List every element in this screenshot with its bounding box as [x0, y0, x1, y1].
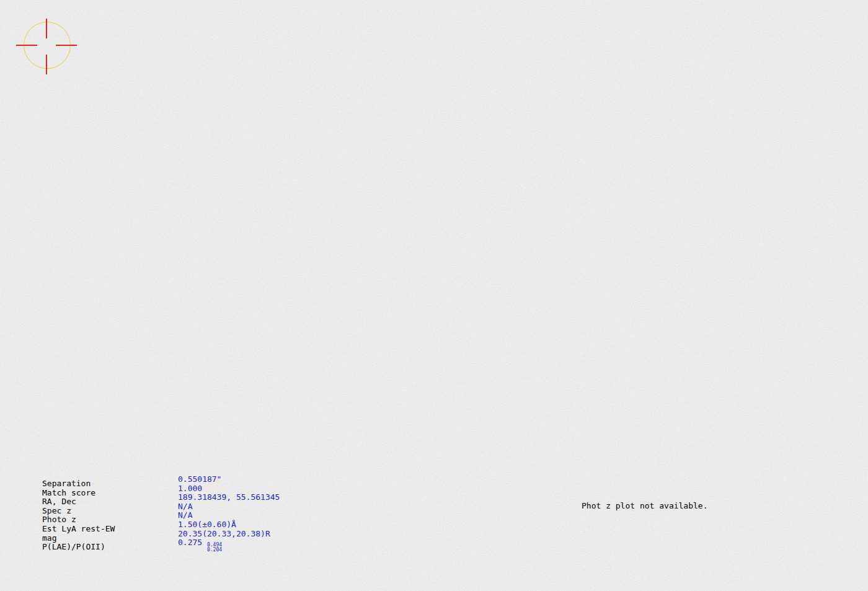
match-row-label: mag [42, 534, 56, 543]
text-segment: N/A [178, 502, 192, 511]
text-segment: N/A [178, 510, 192, 520]
text-segment: 0.275 [178, 538, 207, 547]
match-row-value: N/A [178, 511, 192, 520]
match-row-label: Spec z [42, 507, 71, 516]
text-segment: 0.550187" [178, 474, 221, 484]
text-segment: 20.35(20.33,20.38)R [178, 529, 270, 538]
text-segment: 1.000 [178, 484, 202, 493]
match-row-value: 0.275 0.4940.204 [178, 538, 222, 552]
elixer-report-page: EW: 3.1±1.5Å P(LAE)/P(OII): 0.5550.9320.… [0, 0, 868, 591]
text-segment: 189.318439, 55.561345 [178, 492, 280, 502]
match-row-label: P(LAE)/P(OII) [42, 543, 105, 552]
match-row-value: 20.35(20.33,20.38)R [178, 530, 270, 539]
match-row-value: 1.000 [178, 484, 202, 494]
match-row-value: 189.318439, 55.561345 [178, 493, 280, 502]
match-row-label: Match score [42, 489, 95, 498]
match-row-label: Est LyA rest-EW [42, 525, 115, 534]
cutout-panels: Fiber Positions +NE-4-2024420-2-4arcsecs… [0, 487, 868, 591]
match-row-label: RA, Dec [42, 497, 76, 507]
match-row-label: Photo z [42, 515, 76, 525]
match-row-value: 0.550187" [178, 475, 221, 484]
stacked-fraction: 0.4940.204 [207, 543, 222, 552]
match-row-value: N/A [178, 502, 192, 512]
match-row-label: Separation [42, 479, 91, 489]
match-row-value: 1.50(±0.60)Å [178, 520, 236, 530]
text-segment: 1.50(±0.60)Å [178, 520, 236, 529]
sub: 0.204 [207, 548, 222, 553]
phot-z-note: Phot z plot not available. [582, 501, 708, 510]
